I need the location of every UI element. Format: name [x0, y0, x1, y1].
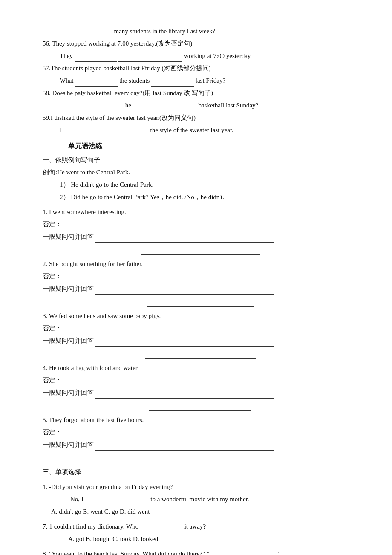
section3-q1-blank	[85, 505, 149, 505]
section3-q7-blank	[140, 532, 183, 532]
q55-text: many students in the library l ast week?	[114, 28, 216, 35]
exercise-3-cont-blank	[145, 358, 256, 359]
q55-line: many students in the library l ast week?	[43, 26, 358, 37]
exercise-1-question-blank	[95, 242, 274, 243]
q56-label: 56. They stopped working at 7:00 yesterd…	[43, 38, 358, 49]
exercise-3-question: 一般疑问句并回答	[43, 335, 358, 347]
exercise-3-negation-blank	[63, 334, 225, 334]
q56-answer: They working at 7:00 yesterday.	[60, 50, 358, 62]
exercise-2: 2. She bought something for her father. …	[43, 258, 358, 307]
exercise-2-cont-blank	[147, 306, 254, 307]
exercise-5: 5. They forgot about the last five hours…	[43, 414, 358, 463]
exercise-4: 4. He took a bag with food and water. 否定…	[43, 362, 358, 411]
section3-q1-text1: 1. -Did you visit your grandma on Friday…	[43, 481, 358, 493]
exercise-5-sentence: 5. They forgot about the last five hours…	[43, 414, 358, 426]
exercise-1-sentence: 1. I went somewhere interesting.	[43, 206, 358, 218]
q55-blank1	[43, 37, 68, 37]
section3-q7-text: 7: 1 couldn't find my dictionary. Who it…	[43, 521, 358, 532]
exercise-2-negation-blank	[63, 282, 225, 282]
exercise-5-question: 一般疑问句并回答	[43, 439, 358, 451]
section3-q1-text2: -No, I to a wonderful movie with my moth…	[68, 494, 358, 505]
q56-blank1	[75, 61, 117, 62]
q57-blank1	[75, 86, 118, 87]
exercise-3-negation: 否定：	[43, 323, 358, 334]
exercise-1-negation: 否定：	[43, 219, 358, 230]
q58-answer: he basketball last Sunday?	[60, 100, 358, 111]
grammar-title: 单元语法练	[68, 140, 358, 153]
section3-q7-options: A. got B. bought C. took D. looked.	[68, 533, 358, 545]
exercise-5-negation-blank	[63, 438, 225, 438]
q58-blank2	[133, 111, 197, 111]
grammar-section1: 一、依照例句写句子	[43, 154, 358, 166]
q57-answer: What the students last Friday?	[60, 75, 358, 87]
exercise-5-negation: 否定：	[43, 427, 358, 438]
q59-blank1	[63, 136, 149, 136]
exercise-1: 1. I went somewhere interesting. 否定： 一般疑…	[43, 206, 358, 255]
exercise-2-negation: 否定：	[43, 271, 358, 282]
exercise-1-continuation	[43, 243, 358, 255]
exercise-4-cont-blank	[149, 410, 251, 411]
exercise-4-negation: 否定：	[43, 375, 358, 386]
section3-q7: 7: 1 couldn't find my dictionary. Who it…	[43, 521, 358, 545]
exercise-4-negation-blank	[63, 386, 225, 386]
exercise-4-sentence: 4. He took a bag with food and water.	[43, 362, 358, 374]
section3-q8-text: 8. "You went to the beach last Sunday. W…	[43, 548, 358, 555]
exercise-2-continuation	[43, 295, 358, 307]
q57-blank2	[151, 86, 194, 87]
exercise-4-continuation	[43, 399, 358, 411]
exercise-2-question-blank	[95, 294, 274, 295]
exercise-3: 3. We fed some hens and saw some baby pi…	[43, 310, 358, 359]
exercise-2-sentence: 2. She bought something for her father.	[43, 258, 358, 270]
exercise-1-cont-blank	[141, 254, 260, 255]
exercise-4-question-blank	[95, 398, 274, 399]
exercise-3-sentence: 3. We fed some hens and saw some baby pi…	[43, 310, 358, 322]
q58-blank1	[60, 111, 124, 111]
section3-q1: 1. -Did you visit your grandma on Friday…	[43, 481, 358, 517]
section3-title: 三、单项选择	[43, 466, 358, 478]
exercise-2-question: 一般疑问句并回答	[43, 283, 358, 295]
q58-label: 58. Does he paly basketball every day?(用…	[43, 87, 358, 99]
exercise-3-question-blank	[95, 346, 274, 347]
q59-answer: I the style of the sweater last year.	[60, 124, 358, 136]
q59-label: 59.I disliked the style of the sweater l…	[43, 112, 358, 124]
exercise-4-question: 一般疑问句并回答	[43, 387, 358, 399]
exercise-5-cont-blank	[153, 462, 247, 463]
exercise-5-question-blank	[95, 450, 274, 451]
exercise-1-question: 一般疑问句并回答	[43, 231, 358, 243]
exercise-5-continuation	[43, 451, 358, 463]
grammar-item1: 1） He didn't go to the Central Park.	[60, 179, 358, 191]
section3-q8: 8. "You went to the beach last Sunday. W…	[43, 548, 358, 555]
q55-blank2	[70, 37, 112, 37]
grammar-item2: 2） Did he go to the Central Park? Yes，he…	[60, 191, 358, 203]
exercise-3-continuation	[43, 347, 358, 359]
exercise-1-negation-blank	[63, 230, 225, 230]
q56-blank2	[118, 61, 182, 62]
section3-q1-options: A. didn't go B. went C. go D. did went	[51, 506, 358, 517]
q57-label: 57.The students played basketball last F…	[43, 63, 358, 74]
grammar-example: 例句:He went to the Central Park.	[43, 167, 358, 178]
